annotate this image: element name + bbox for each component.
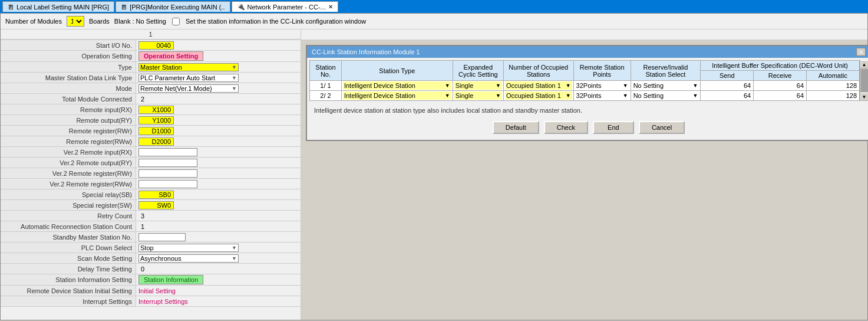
rww-field[interactable]: D2000 <box>138 137 174 146</box>
rwr-field[interactable]: D1000 <box>138 127 174 135</box>
row-delay-time: Delay Time Setting 0 <box>1 264 301 274</box>
plc-down-select[interactable]: Stop ▼ <box>138 244 239 252</box>
row-auto-reconnection: Automatic Reconnection Station Count 1 <box>1 221 301 232</box>
ver2-rwr-field[interactable] <box>138 169 197 178</box>
cell-station-no: 1/ 1 <box>310 81 342 91</box>
start-io-value: 0040 <box>136 40 301 50</box>
col-automatic: Automatic <box>807 71 860 81</box>
plc-down-arrow: ▼ <box>232 245 237 251</box>
standby-master-value[interactable] <box>136 232 301 242</box>
default-button[interactable]: Default <box>493 121 539 134</box>
row-master-data-link: Master Station Data Link Type PLC Parame… <box>1 73 301 83</box>
ry-field[interactable]: Y1000 <box>138 116 174 125</box>
cancel-button[interactable]: Cancel <box>639 121 685 134</box>
tab-local-label[interactable]: 🖹 Local Label Setting MAIN [PRG] <box>2 1 114 12</box>
remote-device-value: Initial Setting <box>136 286 301 296</box>
sw-field[interactable]: SW0 <box>138 201 174 209</box>
scroll-thumb[interactable] <box>861 69 868 92</box>
sb-label: Special relay(SB) <box>1 189 136 199</box>
num-modules-select[interactable]: 1 <box>67 16 84 27</box>
ver2-rww-value[interactable] <box>136 179 301 189</box>
retry-field: 3 <box>138 212 147 220</box>
checkbox-label: Set the station information in the CC-Li… <box>186 18 366 25</box>
standby-master-field[interactable] <box>138 233 186 241</box>
cell-reserve-invalid[interactable]: No Setting ▼ <box>631 91 701 101</box>
tab-icon-network: 🔌 <box>237 3 245 11</box>
station-table-wrapper: Station No. Station Type Expanded Cyclic… <box>309 60 868 101</box>
col-expanded-cyclic: Expanded Cyclic Setting <box>453 61 503 81</box>
start-io-field[interactable]: 0040 <box>138 41 174 50</box>
mode-select[interactable]: Remote Net(Ver.1 Mode) ▼ <box>138 84 239 93</box>
rx-value: X1000 <box>136 104 301 114</box>
cell-expanded-cyclic[interactable]: Single ▼ <box>453 81 503 91</box>
cell-automatic: 128 <box>807 91 860 101</box>
cell-station-type[interactable]: Intelligent Device Station ▼ <box>341 81 453 91</box>
end-button[interactable]: End <box>593 121 634 134</box>
cell-station-no: 2/ 2 <box>310 91 342 101</box>
modal-body: Station No. Station Type Expanded Cyclic… <box>307 58 868 140</box>
tab-close-icon[interactable]: ✕ <box>328 4 333 10</box>
row-start-io: Start I/O No. 0040 <box>1 40 301 51</box>
ver2-rx-field[interactable] <box>138 148 197 156</box>
modal-title-text: CC-Link Station Information Module 1 <box>312 48 420 55</box>
row-rx: Remote input(RX) X1000 <box>1 104 301 115</box>
cell-expanded-cyclic[interactable]: Single ▼ <box>453 91 503 101</box>
check-button[interactable]: Check <box>544 121 588 134</box>
cell-remote-station[interactable]: 32Points ▼ <box>573 81 631 91</box>
col-receive: Receive <box>754 71 807 81</box>
table-scrollbar[interactable]: ▲ ▼ <box>860 60 868 101</box>
station-info-checkbox[interactable] <box>172 18 180 25</box>
row-station-info: Station Information Setting Station Info… <box>1 274 301 286</box>
plc-down-value: Stop ▼ <box>136 243 301 253</box>
ver2-ry-value[interactable] <box>136 158 301 168</box>
table-row: 2/ 2 Intelligent Device Station ▼ Single… <box>310 91 860 101</box>
cell-send: 64 <box>701 91 754 101</box>
cell-station-type[interactable]: Intelligent Device Station ▼ <box>341 91 453 101</box>
type-select[interactable]: Master Station ▼ <box>138 63 239 71</box>
master-data-link-value: PLC Parameter Auto Start ▼ <box>136 73 301 83</box>
auto-reconnection-value: 1 <box>136 221 301 231</box>
ver2-rww-field[interactable] <box>138 180 197 188</box>
scan-mode-select[interactable]: Asynchronous ▼ <box>138 254 239 263</box>
ver2-rwr-value[interactable] <box>136 168 301 178</box>
total-module-value: 2 <box>136 94 301 104</box>
rx-field[interactable]: X1000 <box>138 106 174 114</box>
cell-num-occupied[interactable]: Occupied Station 1 ▼ <box>503 81 573 91</box>
scroll-down-arrow[interactable]: ▼ <box>860 93 869 101</box>
master-data-link-select[interactable]: PLC Parameter Auto Start ▼ <box>138 74 239 82</box>
cell-remote-station[interactable]: 32Points ▼ <box>573 91 631 101</box>
title-bar: 🖹 Local Label Setting MAIN [PRG] 🖹 [PRG]… <box>0 0 868 13</box>
operation-setting-button[interactable]: Operation Setting <box>138 51 203 61</box>
modal-close-button[interactable]: ✕ <box>856 48 866 56</box>
col-intelligent-buffer: Intelligent Buffer Specification (DEC-Wo… <box>701 61 860 71</box>
col-station-type: Station Type <box>341 61 453 81</box>
toolbar: Number of Modules 1 Boards Blank : No Se… <box>1 14 867 30</box>
sb-field[interactable]: SB0 <box>138 191 174 199</box>
mode-label: Mode <box>1 83 136 93</box>
scan-mode-value: Asynchronous ▼ <box>136 253 301 263</box>
station-info-button[interactable]: Station Information <box>138 275 203 284</box>
rwr-value: D1000 <box>136 126 301 136</box>
operation-setting-value: Operation Setting <box>136 51 301 61</box>
ver2-ry-field[interactable] <box>138 159 197 167</box>
station-table-scroll: Station No. Station Type Expanded Cyclic… <box>309 60 860 101</box>
cell-num-occupied[interactable]: Occupied Station 1 ▼ <box>503 91 573 101</box>
mode-value: Remote Net(Ver.1 Mode) ▼ <box>136 83 301 93</box>
scroll-up-arrow[interactable]: ▲ <box>860 60 869 68</box>
plc-down-label: PLC Down Select <box>1 243 136 253</box>
cell-reserve-invalid[interactable]: No Setting ▼ <box>631 81 701 91</box>
tab-network-param[interactable]: 🔌 Network Parameter - CC-... ✕ <box>232 1 338 12</box>
auto-reconnection-label: Automatic Reconnection Station Count <box>1 221 136 231</box>
ver2-ry-label: Ver.2 Remote output(RY) <box>1 158 136 168</box>
row-type: Type Master Station ▼ <box>1 62 301 73</box>
remote-device-link[interactable]: Initial Setting <box>138 287 176 294</box>
row-remote-device: Remote Device Station Initial Setting In… <box>1 286 301 296</box>
interrupt-link[interactable]: Interrupt Settings <box>138 298 188 305</box>
row-ver2-rwr: Ver.2 Remote register(RWr) <box>1 168 301 179</box>
master-data-link-arrow: ▼ <box>232 75 237 81</box>
row-interrupt: Interrupt Settings Interrupt Settings <box>1 296 301 307</box>
rwr-label: Remote register(RWr) <box>1 126 136 136</box>
tab-monitor[interactable]: 🖹 [PRG]Monitor Executing MAIN (.. <box>115 1 230 12</box>
ver2-rx-value[interactable] <box>136 147 301 157</box>
ry-value: Y1000 <box>136 115 301 125</box>
